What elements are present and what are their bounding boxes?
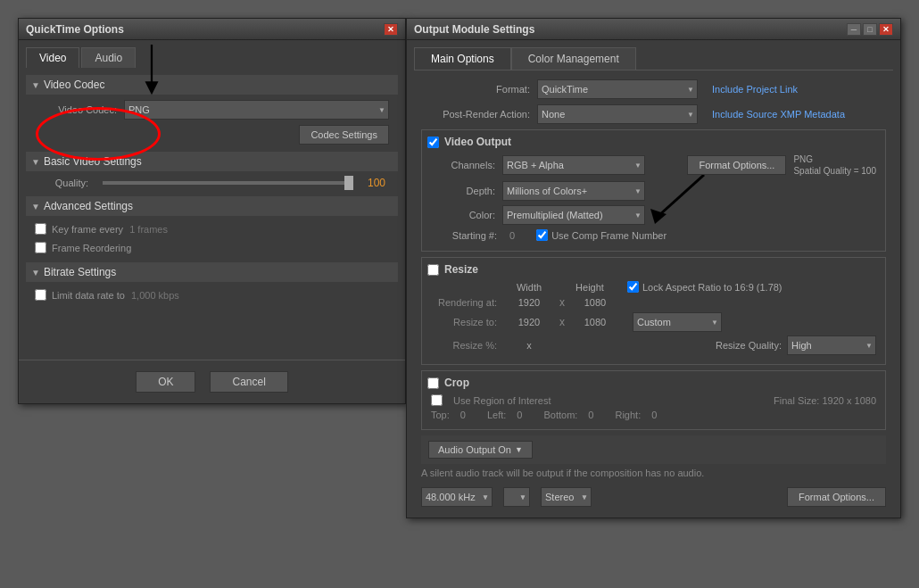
om-tab-main[interactable]: Main Options — [414, 47, 511, 70]
bitrate-title: Bitrate Settings — [44, 266, 116, 278]
crop-roi-row: Use Region of Interest Final Size: 1920 … — [427, 394, 880, 406]
width-col-label: Width — [502, 282, 556, 293]
depth-label: Depth: — [431, 186, 502, 196]
lock-aspect-row: Lock Aspect Ratio to 16:9 (1.78) — [627, 281, 782, 293]
om-tab-color[interactable]: Color Management — [511, 47, 636, 70]
color-select[interactable]: Premultiplied (Matted) — [502, 205, 645, 225]
audio-btn-label: Audio Output On — [438, 444, 511, 455]
resize-checkbox[interactable] — [427, 264, 439, 276]
video-output-header: Video Output — [427, 136, 880, 148]
channels-row: Channels: RGB + Alpha Format Options... … — [427, 153, 880, 177]
resize-to-row: Resize to: 1920 x 1080 Custom — [427, 312, 880, 332]
audio-format-options-button[interactable]: Format Options... — [787, 487, 886, 507]
video-codec-header: ▼ Video Codec — [26, 75, 398, 95]
bottom-label: Bottom: — [543, 410, 577, 420]
lock-aspect-checkbox[interactable] — [627, 281, 639, 293]
codec-select-wrap: PNG — [124, 100, 389, 120]
right-value: 0 — [651, 410, 657, 420]
x-sep-2: x — [559, 316, 565, 328]
video-codec-title: Video Codec — [44, 79, 105, 91]
basic-video-header: ▼ Basic Video Settings — [26, 152, 398, 171]
triangle-icon: ▼ — [31, 80, 40, 90]
rendering-h: 1080 — [568, 297, 622, 308]
resize-preset-select[interactable]: Custom — [633, 312, 722, 332]
keyframe-checkbox[interactable] — [35, 223, 46, 235]
resize-to-h: 1080 — [568, 317, 622, 327]
triangle-icon-4: ▼ — [31, 268, 40, 277]
format-select[interactable]: QuickTime — [537, 79, 698, 99]
qt-tab-video[interactable]: Video — [26, 47, 79, 68]
post-render-select[interactable]: None — [537, 104, 698, 124]
channels-audio-select[interactable] — [503, 487, 530, 507]
codec-select[interactable]: PNG — [124, 100, 389, 120]
format-options-button[interactable]: Format Options... — [687, 155, 786, 175]
codec-form-row: Video Codec: PNG — [26, 100, 398, 120]
keyframe-label: Key frame every 1 frames — [52, 224, 168, 235]
resize-quality-select: High — [787, 335, 876, 355]
quality-preset-select[interactable]: High — [787, 335, 876, 355]
rendering-at-label: Rendering at: — [431, 297, 502, 308]
audio-controls: 48.000 kHz ▼ ▼ Stereo ▼ Format Options..… — [414, 484, 893, 510]
color-select-wrap: Premultiplied (Matted) — [502, 205, 645, 225]
resize-pct-row: Resize %: x Resize Quality: High — [427, 335, 880, 355]
crop-section: Crop Use Region of Interest Final Size: … — [421, 370, 886, 430]
include-xmp-link[interactable]: Include Source XMP Metadata — [712, 109, 845, 120]
om-close-btn[interactable]: ✕ — [879, 23, 893, 36]
quality-slider[interactable] — [103, 181, 353, 185]
use-comp-label: Use Comp Frame Number — [551, 230, 666, 241]
qt-tab-bar: Video Audio — [26, 47, 398, 68]
starting-value: 0 — [509, 230, 515, 241]
resize-header: Resize — [427, 263, 880, 276]
quality-value: 100 — [368, 177, 389, 189]
limit-rate-label: Limit data rate to 1,000 kbps — [52, 290, 179, 301]
audio-output-button[interactable]: Audio Output On ▼ — [428, 441, 533, 459]
resize-section: Resize Width Height Lock Aspect Ratio to… — [421, 257, 886, 365]
resize-title: Resize — [444, 263, 478, 276]
video-output-checkbox[interactable] — [427, 137, 439, 148]
basic-video-title: Basic Video Settings — [44, 155, 142, 168]
sample-rate-select[interactable]: 48.000 kHz — [421, 487, 493, 507]
qt-title-bar: QuickTime Options ✕ — [19, 19, 405, 40]
codec-settings-button[interactable]: Codec Settings — [299, 125, 389, 145]
starting-label: Starting #: — [431, 230, 502, 241]
channels-select[interactable]: RGB + Alpha — [502, 155, 645, 175]
quality-row: Quality: 100 — [26, 177, 398, 189]
cancel-button[interactable]: Cancel — [210, 371, 287, 393]
rendering-at-row: Rendering at: 1920 x 1080 — [427, 296, 880, 309]
om-title-bar: Output Module Settings ─ □ ✕ — [407, 19, 900, 40]
qt-tab-audio[interactable]: Audio — [81, 47, 136, 68]
post-render-label: Post-Render Action: — [421, 109, 537, 120]
crop-checkbox[interactable] — [427, 377, 439, 389]
qt-title: QuickTime Options — [26, 23, 124, 36]
audio-dropdown-icon[interactable]: ▼ — [515, 445, 523, 454]
qt-title-buttons: ✕ — [384, 23, 398, 36]
output-module-dialog: Output Module Settings ─ □ ✕ Main Option… — [406, 18, 901, 518]
sample-rate-select-wrap: 48.000 kHz ▼ — [421, 487, 493, 507]
frame-reorder-label: Frame Reordering — [52, 243, 131, 253]
audio-note: A silent audio track will be output if t… — [421, 468, 886, 478]
limit-rate-checkbox[interactable] — [35, 289, 46, 301]
frame-reorder-checkbox[interactable] — [35, 242, 46, 253]
use-roi-label: Use Region of Interest — [453, 395, 551, 406]
use-roi-checkbox[interactable] — [431, 394, 443, 406]
post-render-select-wrap: None — [537, 104, 698, 124]
ok-button[interactable]: OK — [136, 371, 195, 393]
depth-select[interactable]: Millions of Colors+ — [502, 181, 645, 201]
om-minimize-btn[interactable]: ─ — [847, 23, 861, 36]
format-row: Format: QuickTime Include Project Link — [414, 79, 893, 99]
video-output-section: Video Output Channels: RGB + Alpha Forma… — [421, 129, 886, 252]
include-project-link[interactable]: Include Project Link — [712, 84, 798, 95]
depth-row: Depth: Millions of Colors+ — [427, 181, 880, 201]
om-title-buttons: ─ □ ✕ — [847, 23, 893, 36]
right-label: Right: — [615, 410, 641, 420]
limit-rate-row: Limit data rate to 1,000 kbps — [26, 287, 398, 302]
advanced-section: ▼ Advanced Settings Key frame every 1 fr… — [26, 196, 398, 255]
resize-quality-label: Resize Quality: — [716, 340, 782, 351]
stereo-select[interactable]: Stereo — [541, 487, 592, 507]
quality-label: Quality: — [35, 178, 88, 188]
om-maximize-btn[interactable]: □ — [863, 23, 877, 36]
post-render-row: Post-Render Action: None Include Source … — [414, 104, 893, 124]
use-comp-checkbox[interactable] — [536, 229, 548, 241]
codec-settings-row: Codec Settings — [26, 125, 398, 145]
qt-close-btn[interactable]: ✕ — [384, 23, 398, 36]
